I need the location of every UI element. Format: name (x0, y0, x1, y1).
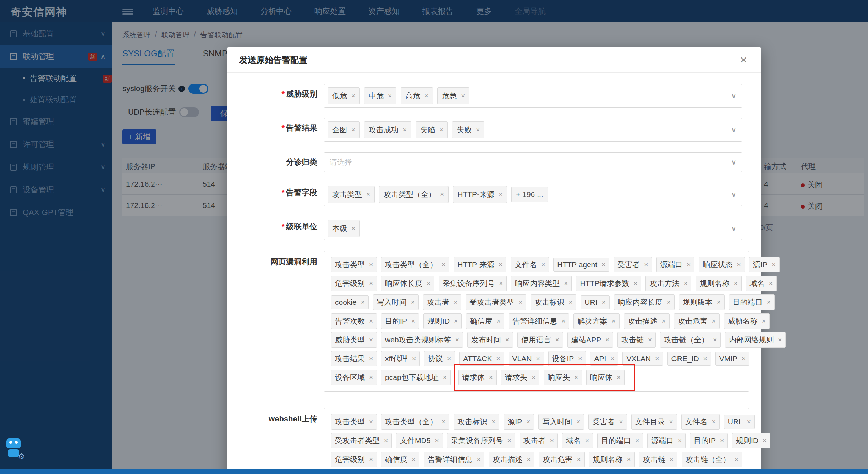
tag-remove-icon[interactable]: × (439, 126, 443, 134)
tag-remove-icon[interactable]: × (576, 418, 580, 426)
tag-remove-icon[interactable]: × (678, 437, 682, 445)
tag-remove-icon[interactable]: × (369, 355, 373, 363)
tag-remove-icon[interactable]: × (351, 225, 355, 232)
tag-remove-icon[interactable]: × (369, 261, 373, 269)
tag-remove-icon[interactable]: × (735, 456, 738, 463)
tag-remove-icon[interactable]: × (366, 191, 370, 198)
tag-remove-icon[interactable]: × (627, 456, 631, 463)
tag-remove-icon[interactable]: × (667, 298, 671, 306)
tag-remove-icon[interactable]: × (747, 418, 751, 426)
tag-remove-icon[interactable]: × (778, 336, 782, 344)
tag-remove-icon[interactable]: × (454, 298, 457, 306)
tag-remove-icon[interactable]: × (447, 355, 451, 363)
tag-remove-icon[interactable]: × (455, 336, 459, 344)
tag-remove-icon[interactable]: × (737, 261, 741, 269)
tag-remove-icon[interactable]: × (384, 437, 388, 445)
tag-remove-icon[interactable]: × (550, 437, 554, 445)
tag-remove-icon[interactable]: × (441, 261, 445, 269)
tag-remove-icon[interactable]: × (412, 456, 416, 463)
tag-remove-icon[interactable]: × (633, 280, 637, 287)
tag-remove-icon[interactable]: × (720, 437, 724, 445)
tag-remove-icon[interactable]: × (477, 456, 480, 463)
tag-remove-icon[interactable]: × (561, 317, 565, 325)
tag-remove-icon[interactable]: × (489, 374, 493, 381)
field-tags-box-2[interactable]: 攻击类型×攻击类型（全）×攻击标识×源IP×写入时间×受害者×文件目录×文件名×… (324, 408, 749, 474)
tag-remove-icon[interactable]: × (611, 317, 615, 325)
tag-remove-icon[interactable]: × (369, 456, 373, 463)
tag-remove-icon[interactable]: × (669, 418, 673, 426)
field-tags-box-1[interactable]: 攻击类型×攻击类型（全）×HTTP-来源×文件名×HTTP agent×受害者×… (324, 251, 749, 392)
tag-remove-icon[interactable]: × (499, 191, 502, 198)
tag-remove-icon[interactable]: × (412, 355, 416, 363)
tag-remove-icon[interactable]: × (491, 418, 495, 426)
tag-remove-icon[interactable]: × (507, 437, 511, 445)
tag-remove-icon[interactable]: × (369, 280, 373, 287)
tag-remove-icon[interactable]: × (424, 92, 428, 100)
tag-remove-icon[interactable]: × (369, 374, 373, 381)
tag-remove-icon[interactable]: × (555, 336, 559, 344)
tag-remove-icon[interactable]: × (601, 298, 605, 306)
tag-remove-icon[interactable]: × (499, 261, 502, 269)
tag-remove-icon[interactable]: × (713, 336, 717, 344)
tag-remove-icon[interactable]: × (526, 418, 530, 426)
tag-remove-icon[interactable]: × (644, 261, 648, 269)
multiselect-2[interactable]: 企图×攻击成功×失陷×失败×∨ (324, 118, 742, 142)
tag-remove-icon[interactable]: × (351, 126, 355, 134)
tag-remove-icon[interactable]: × (585, 437, 589, 445)
tag-remove-icon[interactable]: × (619, 418, 623, 426)
tag-remove-icon[interactable]: × (610, 355, 614, 363)
tag-remove-icon[interactable]: × (564, 280, 568, 287)
tag-remove-icon[interactable]: × (454, 317, 458, 325)
tag-remove-icon[interactable]: × (536, 355, 540, 363)
tag-remove-icon[interactable]: × (648, 336, 652, 344)
tag-remove-icon[interactable]: × (411, 298, 415, 306)
tag-remove-icon[interactable]: × (518, 298, 522, 306)
tag-remove-icon[interactable]: × (578, 355, 582, 363)
tag-remove-icon[interactable]: × (717, 298, 721, 306)
tag-remove-icon[interactable]: × (703, 355, 707, 363)
tag-remove-icon[interactable]: × (568, 298, 572, 306)
tag-remove-icon[interactable]: × (369, 317, 373, 325)
assistant-robot-icon[interactable]: ⚙ (3, 436, 26, 461)
tag-remove-icon[interactable]: × (427, 280, 430, 287)
tag-remove-icon[interactable]: × (635, 437, 639, 445)
multiselect-3[interactable]: 请选择∨ (324, 152, 742, 172)
tag-remove-icon[interactable]: × (771, 261, 775, 269)
tag-remove-icon[interactable]: × (712, 317, 716, 325)
tag-remove-icon[interactable]: × (441, 418, 445, 426)
tag-remove-icon[interactable]: × (435, 437, 439, 445)
tag-remove-icon[interactable]: × (361, 298, 365, 306)
multiselect-1[interactable]: 低危×中危×高危×危急×∨ (324, 84, 742, 108)
multiselect-5[interactable]: 本级×∨ (324, 217, 742, 240)
tag-remove-icon[interactable]: × (763, 437, 767, 445)
tag-remove-icon[interactable]: × (351, 92, 355, 100)
tag-remove-icon[interactable]: × (617, 374, 621, 381)
tag-remove-icon[interactable]: × (687, 261, 691, 269)
tag-remove-icon[interactable]: × (505, 336, 509, 344)
close-icon[interactable]: × (740, 54, 747, 66)
tag-remove-icon[interactable]: × (440, 191, 444, 198)
tag-remove-icon[interactable]: × (769, 280, 773, 287)
tag-remove-icon[interactable]: × (742, 355, 746, 363)
tag-remove-icon[interactable]: × (527, 456, 531, 463)
tag-remove-icon[interactable]: × (712, 418, 716, 426)
tag-remove-icon[interactable]: × (496, 317, 500, 325)
tag-remove-icon[interactable]: × (411, 317, 415, 325)
tag-remove-icon[interactable]: × (461, 92, 465, 100)
tag-remove-icon[interactable]: × (662, 317, 666, 325)
tag-remove-icon[interactable]: × (496, 355, 500, 363)
tag-remove-icon[interactable]: × (388, 92, 392, 100)
tag-remove-icon[interactable]: × (683, 280, 687, 287)
tag-remove-icon[interactable]: × (443, 374, 447, 381)
tag-remove-icon[interactable]: × (403, 126, 407, 134)
tag-remove-icon[interactable]: × (655, 355, 659, 363)
tag-remove-icon[interactable]: × (476, 126, 480, 134)
tag-remove-icon[interactable]: × (767, 298, 771, 306)
tag-remove-icon[interactable]: × (670, 456, 674, 463)
tag-remove-icon[interactable]: × (605, 336, 609, 344)
tag-remove-icon[interactable]: × (762, 317, 766, 325)
tag-remove-icon[interactable]: × (532, 374, 535, 381)
tag-remove-icon[interactable]: × (574, 374, 578, 381)
tag-remove-icon[interactable]: × (499, 280, 503, 287)
tag-remove-icon[interactable]: × (577, 456, 581, 463)
